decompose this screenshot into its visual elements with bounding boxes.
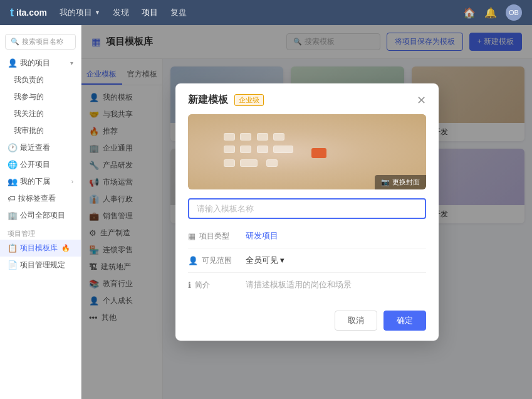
globe-icon: 🌐 [8,160,18,169]
type-value[interactable]: 研发项目 [246,230,426,242]
orange-keycap [311,148,326,158]
sidebar-item-manage-rules[interactable]: 📄 项目管理规定 [0,257,81,274]
modal-overlay: 新建模板 企业级 ✕ [81,25,532,399]
nav-review[interactable]: 复盘 [170,7,187,18]
confirm-button[interactable]: 确定 [383,311,426,331]
section-label: 项目管理 [0,224,81,240]
chevron-down-icon: ▾ [70,60,73,66]
grid-icon: ▦ [188,231,196,241]
tag-icon: 🏷 [8,194,16,203]
logo-text: ita.com [16,8,47,18]
building-icon: 🏢 [8,211,18,220]
nav-arrow-icon: ▼ [95,9,100,16]
form-row-intro: ℹ 简介 请描述模板适用的岗位和场景 [188,275,426,294]
search-placeholder: 搜索项目名称 [22,37,63,46]
sidebar-item-tag-view[interactable]: 🏷 按标签查看 [0,190,81,207]
form-row-visibility: 👤 可见范围 全员可见 ▾ [188,251,426,270]
project-search[interactable]: 🔍 搜索项目名称 [5,34,76,50]
person-icon: 👤 [188,256,198,265]
nav-project[interactable]: 项目 [142,7,158,18]
key-5 [224,146,235,153]
user-icon: 👤 [8,58,18,68]
key-10 [240,159,258,167]
nav-my-project[interactable]: 我的项目 ▼ [60,7,100,18]
modal-close-button[interactable]: ✕ [417,95,426,106]
chevron-right-icon: › [71,178,73,185]
fire-icon: 🔥 [61,244,70,252]
key-4 [273,133,284,141]
divider-2 [188,272,426,273]
search-icon: 🔍 [11,38,19,46]
home-icon[interactable]: 🏠 [463,7,476,19]
top-nav: t ita.com 我的项目 ▼ 发现 项目 复盘 🏠 🔔 OB [0,0,532,25]
modal-header: 新建模板 企业级 ✕ [175,83,439,114]
cover-image: 📷 更换封面 [188,114,426,189]
modal-title: 新建模板 [188,93,228,107]
app-logo: t ita.com [10,6,47,19]
key-6 [240,146,251,153]
change-cover-button[interactable]: 📷 更换封面 [375,175,426,189]
new-template-modal: 新建模板 企业级 ✕ [175,83,439,341]
key-1 [224,133,235,141]
key-7 [257,146,268,153]
info-icon: ℹ [188,280,191,290]
sidebar-item-participating[interactable]: 我参与的 [0,88,81,105]
key-8 [273,146,293,153]
type-label: ▦ 项目类型 [188,230,238,242]
logo-icon: t [10,6,14,19]
intro-value[interactable]: 请描述模板适用的岗位和场景 [246,279,426,290]
sidebar-item-subordinate[interactable]: 👥 我的下属 › [0,173,81,190]
enterprise-badge: 企业级 [234,94,264,106]
nav-discover[interactable]: 发现 [113,7,129,18]
main-layout: 🔍 搜索项目名称 👤 我的项目 ▾ 我负责的 我参与的 我关注的 我审批的 🕐 … [0,25,532,399]
modal-footer: 取消 确定 [175,304,439,341]
sidebar-item-my-project[interactable]: 👤 我的项目 ▾ [0,55,81,72]
sidebar-item-company-all[interactable]: 🏢 公司全部项目 [0,207,81,224]
sidebar-item-template-library[interactable]: 📋 项目模板库 🔥 [0,240,81,257]
template-name-input[interactable] [188,198,426,219]
nav-icons: 🏠 🔔 OB [463,4,522,21]
form-row-type: ▦ 项目类型 研发项目 [188,226,426,245]
sidebar-item-approving[interactable]: 我审批的 [0,122,81,139]
key-3 [257,133,268,141]
camera-icon: 📷 [381,178,390,186]
sidebar-item-public[interactable]: 🌐 公开项目 [0,156,81,173]
sidebar-item-following[interactable]: 我关注的 [0,105,81,122]
visibility-value[interactable]: 全员可见 ▾ [246,255,426,266]
left-sidebar: 🔍 搜索项目名称 👤 我的项目 ▾ 我负责的 我参与的 我关注的 我审批的 🕐 … [0,25,81,399]
divider-1 [188,248,426,248]
cancel-button[interactable]: 取消 [335,311,377,331]
key-2 [240,133,251,141]
key-11 [266,159,278,167]
clock-icon: 🕐 [8,143,18,152]
template-icon: 📋 [8,243,18,253]
modal-body: 📷 更换封面 ▦ 项目类型 研发项目 [175,114,439,304]
avatar[interactable]: OB [506,4,522,21]
bell-icon[interactable]: 🔔 [484,7,497,19]
sidebar-item-recent[interactable]: 🕐 最近查看 [0,139,81,156]
visibility-label: 👤 可见范围 [188,255,238,266]
doc-icon: 📄 [8,260,18,270]
sidebar-item-responsible[interactable]: 我负责的 [0,72,81,88]
key-9 [224,159,235,167]
people-icon: 👥 [8,177,18,186]
intro-label: ℹ 简介 [188,279,238,290]
main-content: ▦ 项目模板库 🔍 搜索模板 将项目保存为模板 + 新建模板 企业模板 [81,25,532,399]
